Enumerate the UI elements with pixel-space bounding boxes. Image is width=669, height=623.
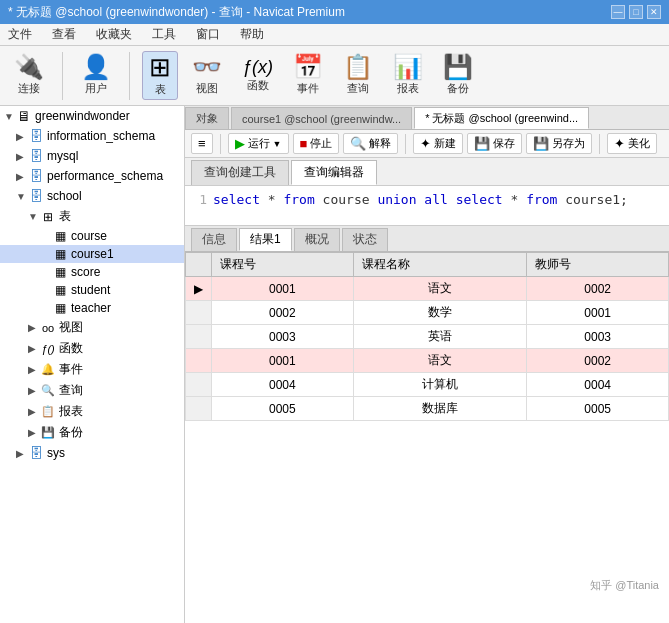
event-icon: 📅 [293,55,323,79]
sidebar-item-functions[interactable]: ▶ ƒ() 函数 [0,338,184,359]
subtab-editor[interactable]: 查询编辑器 [291,160,377,185]
maximize-btn[interactable]: □ [629,5,643,19]
rtab-status[interactable]: 状态 [342,228,388,251]
table-row[interactable]: ▶0001语文0002 [186,277,669,301]
menu-favorites[interactable]: 收藏夹 [92,24,136,45]
main-layout: ▼ 🖥 greenwindwonder ▶ 🗄 information_sche… [0,106,669,623]
top-tab-bar: 对象 course1 @school (greenwindw... * 无标题 … [185,106,669,130]
run-btn[interactable]: ▶ 运行 ▼ [228,133,289,154]
arrow-functions: ▶ [28,343,40,354]
db-icon-2: 🗄 [28,148,44,164]
menu-btn[interactable]: ≡ [191,133,213,154]
sidebar-item-performance-schema[interactable]: ▶ 🗄 performance_schema [0,166,184,186]
sidebar-item-student[interactable]: ▦ student [0,281,184,299]
sidebar-item-score[interactable]: ▦ score [0,263,184,281]
sidebar-item-greenwindwonder[interactable]: ▼ 🖥 greenwindwonder [0,106,184,126]
table-cell[interactable]: 语文 [353,349,527,373]
sidebar-item-course1[interactable]: ▦ course1 [0,245,184,263]
table-cell[interactable]: 0003 [212,325,354,349]
sidebar-item-course[interactable]: ▦ course [0,227,184,245]
sidebar-item-backups[interactable]: ▶ 💾 备份 [0,422,184,443]
toolbar-view[interactable]: 👓 视图 [186,53,228,98]
subtab-builder[interactable]: 查询创建工具 [191,160,289,185]
sidebar-item-sys[interactable]: ▶ 🗄 sys [0,443,184,463]
sidebar-item-events[interactable]: ▶ 🔔 事件 [0,359,184,380]
table-cell[interactable]: 0001 [212,349,354,373]
sql-editor[interactable]: 1 select * from course union all select … [185,186,669,226]
menu-icon: ≡ [198,136,206,151]
menu-tools[interactable]: 工具 [148,24,180,45]
label-sys: sys [47,446,65,460]
table-cell[interactable]: 英语 [353,325,527,349]
minimize-btn[interactable]: — [611,5,625,19]
save-btn[interactable]: 💾 保存 [467,133,522,154]
tab-objects[interactable]: 对象 [185,107,229,129]
toolbar-event[interactable]: 📅 事件 [287,53,329,98]
table-cell[interactable]: 0001 [527,301,669,325]
window-controls[interactable]: — □ ✕ [611,5,661,19]
queries-icon: 🔍 [40,384,56,397]
toolbar-query[interactable]: 📋 查询 [337,53,379,98]
sidebar-item-information-schema[interactable]: ▶ 🗄 information_schema [0,126,184,146]
stop-label: 停止 [310,136,332,151]
table-cell[interactable]: 0003 [527,325,669,349]
sidebar-item-mysql[interactable]: ▶ 🗄 mysql [0,146,184,166]
col-course-no[interactable]: 课程号 [212,253,354,277]
table-cell[interactable]: 数据库 [353,397,527,421]
sidebar-item-reports[interactable]: ▶ 📋 报表 [0,401,184,422]
tab-untitled-label: * 无标题 @school (greenwind... [425,111,578,126]
rtab-profile[interactable]: 概况 [294,228,340,251]
col-teacher-no[interactable]: 教师号 [527,253,669,277]
sidebar-item-tables[interactable]: ▼ ⊞ 表 [0,206,184,227]
rtab-info[interactable]: 信息 [191,228,237,251]
result-area: 信息 结果1 概况 状态 课程号 [185,226,669,623]
toolbar-user[interactable]: 👤 用户 [75,53,117,98]
table-cell[interactable]: 计算机 [353,373,527,397]
qtoolbar-sep1 [220,134,221,154]
table-cell[interactable]: 0002 [527,277,669,301]
menu-view[interactable]: 查看 [48,24,80,45]
menu-help[interactable]: 帮助 [236,24,268,45]
tab-course1[interactable]: course1 @school (greenwindw... [231,107,412,129]
toolbar-table[interactable]: ⊞ 表 [142,51,178,100]
toolbar-connect[interactable]: 🔌 连接 [8,53,50,98]
sidebar-item-queries[interactable]: ▶ 🔍 查询 [0,380,184,401]
menu-file[interactable]: 文件 [4,24,36,45]
toolbar-function[interactable]: ƒ(x) 函数 [236,56,279,95]
menu-window[interactable]: 窗口 [192,24,224,45]
event-label: 事件 [297,81,319,96]
subtab-editor-label: 查询编辑器 [304,165,364,179]
reports-icon: 📋 [40,405,56,418]
table-cell[interactable]: 0005 [212,397,354,421]
table-row[interactable]: 0003英语0003 [186,325,669,349]
table-cell[interactable]: 语文 [353,277,527,301]
beautify-btn[interactable]: ✦ 美化 [607,133,657,154]
col-course-name[interactable]: 课程名称 [353,253,527,277]
table-cell[interactable]: 0002 [212,301,354,325]
rtab-result1[interactable]: 结果1 [239,228,292,251]
table-cell[interactable]: 0004 [527,373,669,397]
tab-untitled[interactable]: * 无标题 @school (greenwind... [414,107,589,129]
toolbar-backup[interactable]: 💾 备份 [437,53,479,98]
toolbar-report[interactable]: 📊 报表 [387,53,429,98]
table-row[interactable]: 0001语文0002 [186,349,669,373]
sidebar-item-views[interactable]: ▶ oo 视图 [0,317,184,338]
close-btn[interactable]: ✕ [647,5,661,19]
explain-btn[interactable]: 🔍 解释 [343,133,398,154]
table-cell[interactable]: 0001 [212,277,354,301]
table-row[interactable]: 0002数学0001 [186,301,669,325]
data-table-wrapper[interactable]: 课程号 课程名称 教师号 ▶0001语文00020002数学00010003英语… [185,252,669,623]
table-row[interactable]: 0004计算机0004 [186,373,669,397]
table-cell[interactable]: 数学 [353,301,527,325]
table-row[interactable]: 0005数据库0005 [186,397,669,421]
new-label: 新建 [434,136,456,151]
sidebar-item-teacher[interactable]: ▦ teacher [0,299,184,317]
sidebar-item-school[interactable]: ▼ 🗄 school [0,186,184,206]
table-cell[interactable]: 0002 [527,349,669,373]
table-cell[interactable]: 0004 [212,373,354,397]
table-cell[interactable]: 0005 [527,397,669,421]
saveas-btn[interactable]: 💾 另存为 [526,133,592,154]
stop-btn[interactable]: ■ 停止 [293,133,340,154]
qtoolbar-sep2 [405,134,406,154]
new-btn[interactable]: ✦ 新建 [413,133,463,154]
